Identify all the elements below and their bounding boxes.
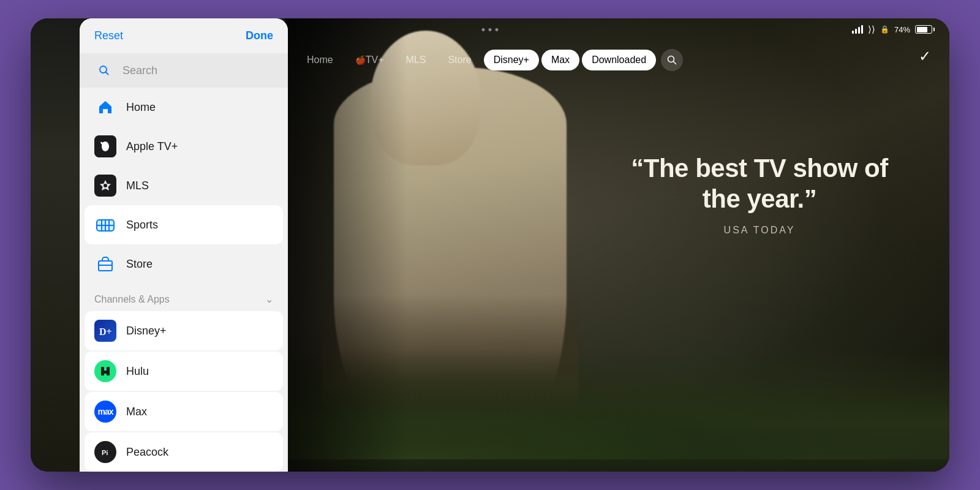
- sidebar-sports-label: Sports: [126, 219, 158, 232]
- peacock-icon: Pi: [94, 441, 116, 463]
- quote-overlay: “The best TV show of the year.” USA TODA…: [631, 153, 888, 236]
- status-center-dots: [482, 28, 499, 31]
- sidebar-disney-label: Disney+: [126, 325, 167, 337]
- disney-icon: D+: [94, 320, 116, 342]
- wifi-icon: ⟩⟩: [868, 24, 875, 35]
- sidebar-store-label: Store: [126, 258, 153, 271]
- lock-icon: 🔒: [880, 25, 889, 34]
- nav-item-store[interactable]: Store: [438, 50, 481, 70]
- svg-point-5: [104, 184, 107, 187]
- sidebar-scroll-area[interactable]: Search Home: [80, 53, 288, 472]
- nav-item-max[interactable]: Max: [541, 50, 579, 70]
- battery-percent: 74%: [894, 25, 910, 34]
- sidebar-item-store[interactable]: Store: [80, 244, 288, 284]
- status-dot-3: [496, 28, 499, 31]
- svg-text:D+: D+: [99, 326, 112, 337]
- nav-item-mls[interactable]: MLS: [396, 50, 435, 70]
- channels-section-label: Channels & Apps: [94, 294, 170, 305]
- status-bar: ⟩⟩ 🔒 74%: [31, 18, 949, 40]
- hero-quote: “The best TV show of the year.”: [631, 153, 888, 215]
- sidebar-item-home[interactable]: Home: [80, 88, 288, 127]
- appletv-icon: [94, 135, 116, 157]
- sidebar: Reset Done Search: [80, 18, 288, 472]
- channels-section-header[interactable]: Channels & Apps ⌄: [80, 284, 288, 310]
- status-dot-1: [482, 28, 485, 31]
- checkmark-icon[interactable]: ✓: [919, 48, 931, 65]
- svg-rect-17: [101, 371, 110, 374]
- store-icon: [94, 253, 116, 275]
- hero-fade: [285, 18, 407, 472]
- svg-text:Pi: Pi: [102, 449, 108, 456]
- nav-item-home[interactable]: Home: [297, 50, 343, 70]
- svg-line-1: [674, 62, 676, 64]
- nav-item-appletv[interactable]: 🍎TV+: [345, 50, 394, 70]
- sidebar-appletv-label: Apple TV+: [126, 140, 178, 153]
- nav-item-downloaded[interactable]: Downloaded: [582, 50, 656, 70]
- search-label: Search: [123, 64, 157, 77]
- status-right: ⟩⟩ 🔒 74%: [852, 24, 932, 35]
- search-button[interactable]: [661, 49, 683, 71]
- signal-icon: [852, 25, 863, 34]
- sidebar-max-label: Max: [126, 405, 147, 418]
- search-row[interactable]: Search: [80, 53, 288, 88]
- appletv-logo: 🍎: [355, 55, 366, 65]
- sidebar-mls-label: MLS: [126, 179, 149, 192]
- sidebar-item-disney[interactable]: D+ Disney+: [85, 311, 283, 350]
- sports-icon: [94, 214, 116, 236]
- nav-item-disney[interactable]: Disney+: [484, 50, 539, 70]
- home-icon: [94, 96, 116, 118]
- navigation-bar: Home 🍎TV+ MLS Store Disney+ Max Download…: [285, 40, 949, 80]
- sidebar-hulu-label: Hulu: [126, 365, 149, 378]
- sidebar-peacock-label: Peacock: [126, 446, 168, 459]
- sidebar-item-sports[interactable]: Sports: [85, 205, 283, 244]
- sidebar-item-appletv[interactable]: Apple TV+: [80, 127, 288, 166]
- search-icon: [667, 55, 677, 65]
- device-frame: “The best TV show of the year.” USA TODA…: [31, 18, 949, 472]
- sidebar-item-mls[interactable]: MLS: [80, 166, 288, 205]
- max-icon: max: [94, 401, 116, 423]
- channels-chevron-icon: ⌄: [265, 293, 273, 305]
- sidebar-item-max[interactable]: max Max: [85, 392, 283, 431]
- hero-source: USA TODAY: [631, 225, 888, 236]
- hulu-icon: [94, 360, 116, 382]
- hero-background: “The best TV show of the year.” USA TODA…: [285, 18, 949, 472]
- mls-icon: [94, 175, 116, 197]
- svg-line-3: [106, 72, 108, 75]
- search-icon: [94, 61, 114, 80]
- status-dot-2: [489, 28, 492, 31]
- sidebar-item-peacock[interactable]: Pi Peacock: [85, 432, 283, 472]
- sidebar-home-label: Home: [126, 101, 156, 114]
- sidebar-item-hulu[interactable]: Hulu: [85, 352, 283, 391]
- battery-icon: [915, 25, 932, 34]
